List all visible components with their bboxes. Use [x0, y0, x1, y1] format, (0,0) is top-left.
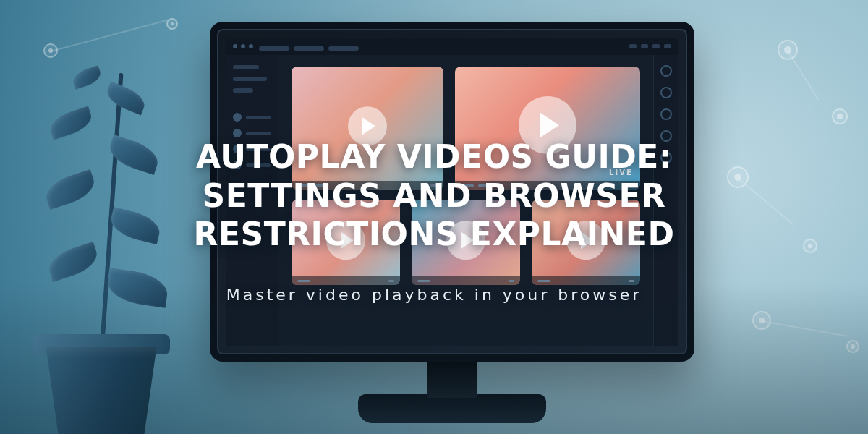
hero-illustration: LIVE — [0, 0, 868, 434]
hero-text-overlay: AUTOPLAY VIDEOS GUIDE: SETTINGS AND BROW… — [0, 0, 868, 434]
hero-title: AUTOPLAY VIDEOS GUIDE: SETTINGS AND BROW… — [159, 137, 709, 254]
hero-subtitle: Master video playback in your browser — [226, 286, 642, 304]
